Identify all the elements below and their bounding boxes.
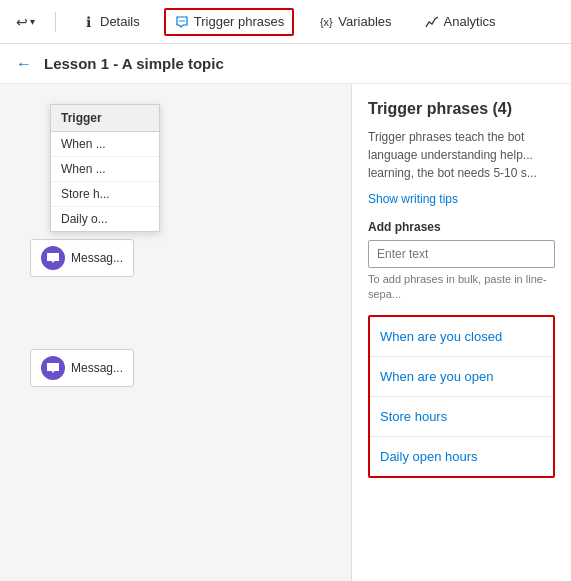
message-icon-1 <box>41 246 65 270</box>
phrases-list: When are you closed When are you open St… <box>368 315 555 478</box>
svg-point-0 <box>179 20 181 22</box>
canvas[interactable]: Trigger When ... When ... Store h... Dai… <box>0 84 351 581</box>
dropdown-item-3[interactable]: Store h... <box>51 182 159 207</box>
dropdown-item-1[interactable]: When ... <box>51 132 159 157</box>
show-writing-tips-link[interactable]: Show writing tips <box>368 192 555 206</box>
canvas-dropdown: Trigger When ... When ... Store h... Dai… <box>50 104 160 232</box>
variables-label: Variables <box>338 14 391 29</box>
page-title: Lesson 1 - A simple topic <box>44 55 224 72</box>
dropdown-item-4[interactable]: Daily o... <box>51 207 159 231</box>
canvas-dropdown-header: Trigger <box>51 105 159 132</box>
canvas-message-block-1[interactable]: Messag... <box>30 239 134 277</box>
message-label-1: Messag... <box>71 251 123 265</box>
phrase-item-1[interactable]: When are you closed <box>370 317 553 357</box>
toolbar-variables[interactable]: {x} Variables <box>310 10 399 34</box>
undo-icon: ↩ <box>16 14 28 30</box>
info-icon: ℹ <box>80 14 96 30</box>
trigger-icon <box>174 14 190 30</box>
phrase-item-4[interactable]: Daily open hours <box>370 437 553 476</box>
analytics-label: Analytics <box>444 14 496 29</box>
phrase-item-3[interactable]: Store hours <box>370 397 553 437</box>
panel-title: Trigger phrases (4) <box>368 100 555 118</box>
add-phrases-label: Add phrases <box>368 220 555 234</box>
trigger-phrases-label: Trigger phrases <box>194 14 285 29</box>
svg-point-1 <box>181 20 183 22</box>
panel-description: Trigger phrases teach the bot language u… <box>368 128 555 182</box>
phrase-item-2[interactable]: When are you open <box>370 357 553 397</box>
toolbar-details[interactable]: ℹ Details <box>72 10 148 34</box>
toolbar-trigger-phrases[interactable]: Trigger phrases <box>164 8 295 36</box>
phrase-input[interactable] <box>368 240 555 268</box>
message-label-2: Messag... <box>71 361 123 375</box>
canvas-message-block-2[interactable]: Messag... <box>30 349 134 387</box>
bulk-hint: To add phrases in bulk, paste in line-se… <box>368 272 555 303</box>
right-panel: Trigger phrases (4) Trigger phrases teac… <box>351 84 571 581</box>
toolbar: ↩ ▾ ℹ Details Trigger phrases {x} Variab… <box>0 0 571 44</box>
details-label: Details <box>100 14 140 29</box>
analytics-icon <box>424 14 440 30</box>
toolbar-divider <box>55 12 56 32</box>
undo-button[interactable]: ↩ ▾ <box>12 10 39 34</box>
back-button[interactable]: ← <box>12 51 36 77</box>
variables-icon: {x} <box>318 14 334 30</box>
svg-point-2 <box>183 20 185 22</box>
main-area: Trigger When ... When ... Store h... Dai… <box>0 84 571 581</box>
breadcrumb: ← Lesson 1 - A simple topic <box>0 44 571 84</box>
undo-chevron-icon: ▾ <box>30 16 35 27</box>
dropdown-item-2[interactable]: When ... <box>51 157 159 182</box>
toolbar-analytics[interactable]: Analytics <box>416 10 504 34</box>
message-icon-2 <box>41 356 65 380</box>
